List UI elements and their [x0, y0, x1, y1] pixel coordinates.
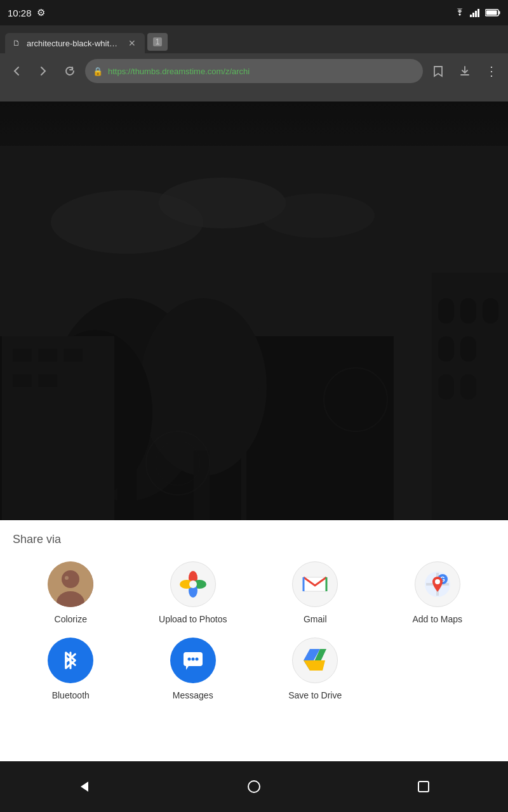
share-grid: Colorize Upload to Photos — [13, 561, 495, 701]
gmail-icon — [292, 561, 338, 607]
tab-bar: 🗋 architecture-black-white-103... ✕ 1 — [0, 25, 508, 53]
share-item-messages[interactable]: Messages — [135, 638, 251, 701]
svg-rect-2 — [475, 11, 477, 17]
share-item-save-drive[interactable]: Save to Drive — [257, 638, 373, 701]
drive-icon — [292, 638, 338, 683]
share-item-bluetooth[interactable]: Bluetooth — [13, 638, 129, 701]
svg-rect-6 — [486, 11, 497, 15]
svg-rect-1 — [472, 13, 474, 17]
svg-rect-67 — [418, 782, 429, 792]
svg-rect-5 — [498, 11, 500, 15]
svg-point-55 — [189, 580, 197, 588]
home-nav-button[interactable] — [235, 774, 273, 799]
svg-rect-3 — [478, 9, 479, 17]
messages-label: Messages — [173, 690, 213, 701]
svg-text:1: 1 — [156, 37, 160, 46]
svg-point-50 — [65, 576, 69, 580]
active-tab[interactable]: 🗋 architecture-black-white-103... ✕ — [5, 33, 145, 53]
wifi-icon — [453, 8, 466, 17]
status-bar: 10:28 ⚙ — [0, 0, 508, 25]
colorize-label: Colorize — [55, 613, 87, 625]
lock-icon: 🔒 — [93, 67, 103, 76]
gmail-label: Gmail — [304, 613, 327, 625]
back-nav-button[interactable] — [65, 774, 104, 799]
upload-photos-label: Upload to Photos — [159, 613, 227, 625]
bluetooth-icon — [48, 638, 93, 683]
share-item-add-maps[interactable]: G Add to Maps — [380, 561, 496, 625]
photos-icon — [170, 561, 216, 607]
recents-nav-button[interactable] — [404, 774, 443, 799]
messages-icon — [170, 638, 216, 683]
svg-rect-0 — [470, 15, 472, 17]
maps-icon: G — [415, 561, 460, 607]
share-sheet: Share via Colorize — [0, 520, 508, 761]
share-sheet-title: Share via — [13, 533, 495, 546]
battery-icon — [485, 8, 500, 17]
svg-point-60 — [435, 579, 440, 584]
bluetooth-label: Bluetooth — [52, 690, 90, 701]
browser-menu-button[interactable]: ⋮ — [480, 60, 503, 82]
url-display: https://thumbs.dreamstime.com/z/archi — [108, 67, 415, 76]
save-drive-label: Save to Drive — [288, 690, 342, 701]
tab-title: architecture-black-white-103... — [27, 39, 122, 48]
add-maps-label: Add to Maps — [412, 613, 462, 625]
svg-point-64 — [195, 658, 198, 661]
address-field[interactable]: 🔒 https://thumbs.dreamstime.com/z/archi — [85, 59, 423, 83]
svg-point-66 — [248, 781, 260, 792]
reload-button[interactable] — [58, 60, 81, 82]
signal-icon — [470, 8, 481, 17]
address-bar-row: 🔒 https://thumbs.dreamstime.com/z/archi … — [0, 53, 508, 89]
time-display: 10:28 — [8, 8, 32, 18]
tab-favicon: 🗋 — [13, 39, 22, 48]
settings-icon: ⚙ — [37, 7, 45, 18]
share-item-gmail[interactable]: Gmail — [257, 561, 373, 625]
colorize-icon — [48, 561, 93, 607]
svg-marker-65 — [81, 782, 88, 792]
forward-button[interactable] — [32, 60, 55, 82]
status-bar-right — [453, 8, 500, 17]
new-tab-button[interactable]: 1 — [147, 33, 168, 51]
back-button[interactable] — [5, 60, 28, 82]
share-item-upload-photos[interactable]: Upload to Photos — [135, 561, 251, 625]
bookmark-button[interactable] — [427, 60, 450, 82]
navigation-bar — [0, 761, 508, 812]
tab-close-button[interactable]: ✕ — [127, 37, 137, 49]
svg-point-48 — [62, 570, 79, 588]
download-button[interactable] — [453, 60, 476, 82]
svg-point-63 — [191, 658, 194, 661]
status-bar-left: 10:28 ⚙ — [8, 7, 45, 18]
share-item-colorize[interactable]: Colorize — [13, 561, 129, 625]
browser-chrome: 🗋 architecture-black-white-103... ✕ 1 — [0, 25, 508, 102]
svg-point-62 — [187, 658, 190, 661]
